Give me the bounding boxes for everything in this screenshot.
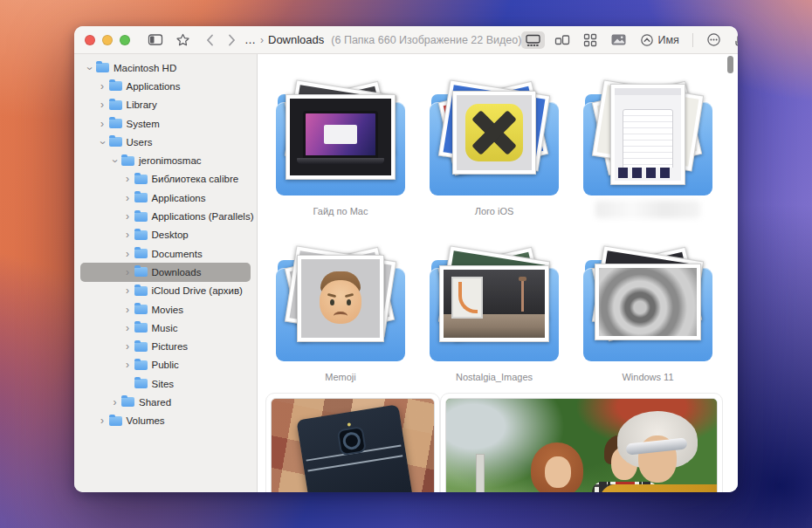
- favorites-star-icon[interactable]: [172, 31, 194, 49]
- sidebar-item-users[interactable]: Users: [80, 133, 251, 151]
- sidebar-item-label: Desktop: [152, 230, 189, 240]
- folder-icon: [109, 119, 122, 128]
- sidebar-item-label: jeronimosmac: [139, 155, 202, 166]
- sidebar-item-applications[interactable]: Applications: [80, 189, 251, 207]
- close-button[interactable]: [85, 35, 95, 45]
- folder-icon: [134, 360, 148, 370]
- photo-stack-front-icon: [297, 255, 384, 342]
- sidebar-item-библиотека-calibre[interactable]: Библиотека calibre: [80, 170, 251, 189]
- folder-icon: [109, 100, 122, 110]
- sidebar-item-label: Pictures: [152, 341, 189, 352]
- disclosure-chevron-icon[interactable]: [123, 193, 133, 203]
- icon-grid-view-icon[interactable]: [580, 31, 601, 49]
- disclosure-chevron-icon[interactable]: [123, 323, 133, 333]
- folder-icon: [121, 397, 134, 407]
- gallery-folder-item-лого-ios[interactable]: Лого iOS: [417, 77, 571, 248]
- disclosure-chevron-icon[interactable]: [123, 174, 133, 184]
- disclosure-chevron-icon[interactable]: [123, 285, 133, 296]
- tile-label: Nostalgia_Images: [417, 372, 571, 382]
- preview-image-icon[interactable]: [607, 31, 630, 48]
- disclosure-chevron-icon[interactable]: [110, 397, 120, 408]
- sidebar-item-applications-parallels[interactable]: Applications (Parallels): [80, 207, 251, 225]
- sidebar-item-sites[interactable]: Sites: [80, 374, 251, 393]
- folder-icon: [134, 323, 148, 333]
- folder-icon: [134, 175, 148, 184]
- sidebar-item-label: Documents: [152, 249, 203, 259]
- disclosure-chevron-icon[interactable]: [123, 360, 133, 370]
- sidebar-item-icloud-drive-архив[interactable]: iCloud Drive (архив): [80, 282, 251, 300]
- sidebar-item-public[interactable]: Public: [80, 356, 251, 374]
- gallery-view-icon[interactable]: [521, 31, 545, 49]
- gallery-folder-item-windows-11[interactable]: Windows 11: [571, 243, 725, 414]
- disclosure-chevron-icon[interactable]: [98, 415, 107, 426]
- sidebar-item-pictures[interactable]: Pictures: [80, 337, 251, 355]
- sidebar-item-label: Applications: [127, 81, 181, 92]
- new-window-icon[interactable]: [731, 31, 738, 49]
- sidebar-item-applications[interactable]: Applications: [80, 77, 251, 95]
- sidebar-item-label: Users: [127, 137, 153, 147]
- sidebar-item-label: System: [127, 119, 160, 129]
- photo-stack-front-icon: [452, 91, 536, 175]
- folder-thumbnail: [424, 243, 564, 365]
- sidebar-toggle-icon[interactable]: [144, 31, 167, 48]
- gallery-folder-item-memoji[interactable]: Memoji: [264, 243, 417, 414]
- sidebar-item-label: Macintosh HD: [114, 63, 176, 73]
- sidebar-item-downloads[interactable]: Downloads: [80, 263, 251, 281]
- folder-icon: [109, 81, 122, 91]
- back-button[interactable]: [203, 32, 217, 48]
- disclosure-chevron-icon[interactable]: [123, 249, 133, 259]
- vertical-scrollbar-thumb[interactable]: [727, 56, 733, 73]
- gallery-folder-item-redacted[interactable]: [571, 77, 725, 248]
- disclosure-chevron-icon[interactable]: [123, 341, 133, 352]
- sort-menu-button[interactable]: Имя: [637, 31, 682, 49]
- folder-icon: [134, 342, 148, 352]
- sidebar-item-volumes[interactable]: Volumes: [80, 412, 251, 430]
- breadcrumb-ellipsis[interactable]: …: [244, 33, 256, 46]
- sidebar-item-music[interactable]: Music: [80, 319, 251, 337]
- sidebar-item-shared[interactable]: Shared: [80, 393, 251, 411]
- disclosure-chevron-icon[interactable]: [123, 211, 133, 222]
- folder-icon: [134, 212, 148, 222]
- breadcrumb-separator-icon: ›: [260, 34, 264, 46]
- forward-button[interactable]: [224, 32, 239, 48]
- folder-icon: [109, 137, 122, 147]
- sidebar-item-documents[interactable]: Documents: [80, 244, 251, 263]
- sidebar-item-label: Applications: [152, 193, 206, 203]
- tile-label: Windows 11: [571, 372, 725, 382]
- disclosure-chevron-icon[interactable]: [98, 81, 107, 92]
- redacted-tile-label: [595, 201, 700, 218]
- disclosure-chevron-icon[interactable]: [98, 99, 107, 110]
- image-item-back-to-the-future-photo[interactable]: [440, 393, 723, 492]
- desktop-wallpaper: … › Downloads (6 Папка 660 Изображение 2…: [0, 0, 812, 528]
- sidebar-item-desktop[interactable]: Desktop: [80, 226, 251, 244]
- disclosure-chevron-icon[interactable]: [98, 119, 107, 129]
- disclosure-chevron-icon[interactable]: [123, 305, 133, 315]
- folder-thumbnail: [271, 243, 410, 365]
- gallery-folder-item-гайд-по-mac[interactable]: Гайд по Mac: [264, 77, 417, 248]
- zoom-button[interactable]: [120, 35, 130, 45]
- sidebar-item-movies[interactable]: Movies: [80, 300, 251, 319]
- sidebar-item-system[interactable]: System: [80, 114, 251, 133]
- disclosure-chevron-icon[interactable]: [85, 64, 95, 73]
- folder-icon: [134, 267, 148, 277]
- sidebar-item-label: Library: [127, 99, 157, 110]
- sidebar-item-macintosh-hd[interactable]: Macintosh HD: [80, 58, 251, 77]
- folder-icon: [121, 156, 134, 166]
- folder-icon: [134, 305, 148, 314]
- disclosure-chevron-icon[interactable]: [110, 156, 120, 166]
- column-view-icon[interactable]: [551, 31, 574, 49]
- gallery-folder-item-nostalgia-images[interactable]: Nostalgia_Images: [417, 243, 571, 414]
- photo-stack-front-icon: [286, 94, 396, 180]
- image-item-blackberry-photo[interactable]: [265, 393, 440, 492]
- disclosure-chevron-icon[interactable]: [123, 267, 133, 278]
- sidebar-item-jeronimosmac[interactable]: jeronimosmac: [80, 151, 251, 169]
- disclosure-chevron-icon[interactable]: [123, 230, 133, 240]
- minimize-button[interactable]: [102, 35, 113, 45]
- disclosure-chevron-icon[interactable]: [98, 138, 108, 147]
- more-options-icon[interactable]: [703, 31, 725, 49]
- folder-icon: [109, 416, 122, 426]
- breadcrumb-current-folder[interactable]: Downloads: [268, 33, 324, 46]
- folder-icon: [96, 63, 109, 72]
- window-controls: [85, 35, 130, 45]
- sidebar-item-library[interactable]: Library: [80, 96, 251, 114]
